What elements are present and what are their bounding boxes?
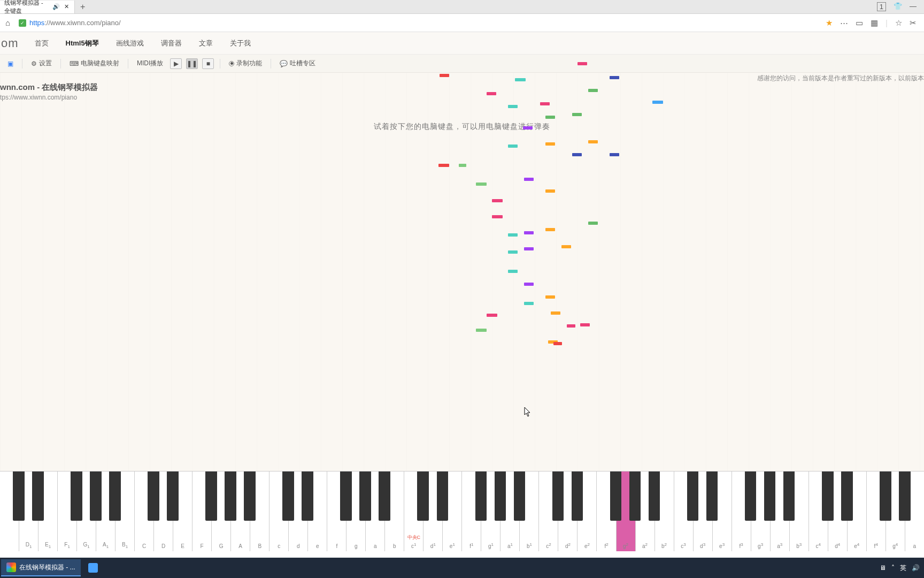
- black-key[interactable]: [495, 471, 506, 521]
- tray-up-icon[interactable]: ˄: [891, 564, 895, 572]
- white-key[interactable]: c2: [539, 471, 558, 551]
- nav-item-1[interactable]: Html5钢琴: [57, 32, 107, 54]
- extensions-icon[interactable]: ✂: [910, 18, 917, 28]
- tab-title: 线钢琴模拟器 - 全键盘: [4, 0, 49, 15]
- key-label: c: [278, 543, 280, 549]
- falling-note: [438, 164, 449, 167]
- black-key[interactable]: [90, 471, 102, 521]
- black-key[interactable]: [71, 471, 82, 521]
- black-key[interactable]: [514, 471, 526, 521]
- black-key[interactable]: [841, 471, 853, 521]
- white-key[interactable]: f4: [867, 471, 886, 551]
- white-key[interactable]: c4: [809, 471, 828, 551]
- url-field[interactable]: ✓ https://www.xiwnn.com/piano/: [19, 19, 820, 27]
- black-key[interactable]: [109, 471, 121, 521]
- key-label: d3: [700, 542, 705, 549]
- white-key[interactable]: F: [192, 471, 212, 551]
- nav-item-4[interactable]: 文章: [190, 32, 221, 54]
- white-key[interactable]: c: [270, 471, 289, 551]
- black-key[interactable]: [764, 471, 776, 521]
- black-key[interactable]: [302, 471, 313, 521]
- play-button[interactable]: ▶: [170, 58, 182, 69]
- black-key[interactable]: [649, 471, 660, 521]
- white-key[interactable]: F1: [58, 471, 77, 551]
- tab-count-badge[interactable]: 1: [877, 2, 886, 11]
- black-key[interactable]: [687, 471, 699, 521]
- nav-item-3[interactable]: 调音器: [152, 32, 190, 54]
- feedback-button[interactable]: 💬吐槽专区: [276, 59, 319, 68]
- black-key[interactable]: [359, 471, 371, 521]
- keyboard-map-button[interactable]: ⌨电脑键盘映射: [66, 59, 122, 68]
- white-key[interactable]: c3: [674, 471, 694, 551]
- tray-volume-icon[interactable]: 🔊: [912, 564, 920, 572]
- browser-tab[interactable]: 线钢琴模拟器 - 全键盘 🔊 ✕: [0, 1, 75, 13]
- toggle-button[interactable]: ▣: [4, 60, 17, 67]
- white-key[interactable]: f3: [732, 471, 751, 551]
- tray-monitor-icon[interactable]: 🖥: [880, 564, 886, 572]
- black-key[interactable]: [340, 471, 352, 521]
- nav-item-0[interactable]: 首页: [26, 32, 57, 54]
- white-key[interactable]: 中央Cc1: [404, 471, 424, 551]
- bookmark-icon[interactable]: ☆: [895, 18, 902, 28]
- black-key[interactable]: [148, 471, 159, 521]
- new-tab-button[interactable]: +: [75, 2, 90, 12]
- black-key[interactable]: [552, 471, 564, 521]
- black-key[interactable]: [379, 471, 390, 521]
- settings-button[interactable]: ⚙设置: [28, 59, 55, 68]
- piano-keyboard[interactable]: D1E1F1G1A1B1CDEFGABcdefgab中央Cc1d1e1f1g1a…: [0, 471, 924, 551]
- black-key[interactable]: [13, 471, 25, 521]
- black-key[interactable]: [745, 471, 757, 521]
- black-key[interactable]: [32, 471, 44, 521]
- windows-taskbar: 在线钢琴模拟器 - ... 🖥 ˄ 英 🔊: [0, 558, 924, 578]
- white-key[interactable]: f: [327, 471, 346, 551]
- more-icon[interactable]: ⋯: [840, 18, 848, 28]
- favorite-icon[interactable]: ★: [826, 18, 833, 28]
- key-label: e: [316, 543, 319, 549]
- minimize-icon[interactable]: —: [910, 2, 917, 11]
- falling-note: [487, 314, 497, 317]
- key-label: d1: [430, 542, 436, 549]
- black-key[interactable]: [244, 471, 256, 521]
- falling-note: [524, 178, 534, 181]
- site-navbar: om 首页Html5钢琴画线游戏调音器文章关于我: [0, 32, 924, 55]
- falling-note: [524, 247, 534, 250]
- stop-button[interactable]: ■: [202, 58, 214, 69]
- black-key[interactable]: [437, 471, 449, 521]
- play-icon: ▶: [174, 60, 179, 67]
- key-label: a2: [642, 542, 648, 549]
- close-icon[interactable]: ✕: [63, 3, 70, 10]
- black-key[interactable]: [475, 471, 487, 521]
- black-key[interactable]: [417, 471, 429, 521]
- record-button[interactable]: 录制功能: [226, 59, 265, 68]
- black-key[interactable]: [822, 471, 834, 521]
- black-key[interactable]: [205, 471, 217, 521]
- black-key[interactable]: [572, 471, 583, 521]
- black-key[interactable]: [225, 471, 236, 521]
- black-key[interactable]: [783, 471, 795, 521]
- ime-lang[interactable]: 英: [900, 564, 906, 573]
- black-key[interactable]: [899, 471, 911, 521]
- falling-note: [545, 142, 555, 146]
- taskbar-app-other[interactable]: [83, 559, 103, 576]
- black-key[interactable]: [610, 471, 622, 521]
- pause-button[interactable]: ❚❚: [186, 58, 198, 69]
- nav-item-5[interactable]: 关于我: [221, 32, 259, 54]
- audio-icon[interactable]: 🔊: [52, 3, 60, 10]
- nav-item-2[interactable]: 画线游戏: [107, 32, 152, 54]
- falling-note: [487, 92, 496, 95]
- black-key[interactable]: [880, 471, 891, 521]
- apps-icon[interactable]: ▦: [871, 18, 878, 28]
- home-icon[interactable]: ⌂: [2, 18, 13, 27]
- chat-icon: 💬: [280, 60, 288, 67]
- white-key[interactable]: f1: [462, 471, 481, 551]
- black-key[interactable]: [167, 471, 179, 521]
- black-key[interactable]: [629, 471, 641, 521]
- white-key[interactable]: f2: [597, 471, 616, 551]
- wardrobe-icon[interactable]: 👕: [894, 2, 902, 11]
- black-key[interactable]: [706, 471, 718, 521]
- white-key[interactable]: [0, 471, 19, 551]
- taskbar-app-piano[interactable]: 在线钢琴模拟器 - ...: [1, 559, 81, 576]
- black-key[interactable]: [282, 471, 294, 521]
- reader-icon[interactable]: ▭: [856, 18, 863, 28]
- white-key[interactable]: C: [135, 471, 154, 551]
